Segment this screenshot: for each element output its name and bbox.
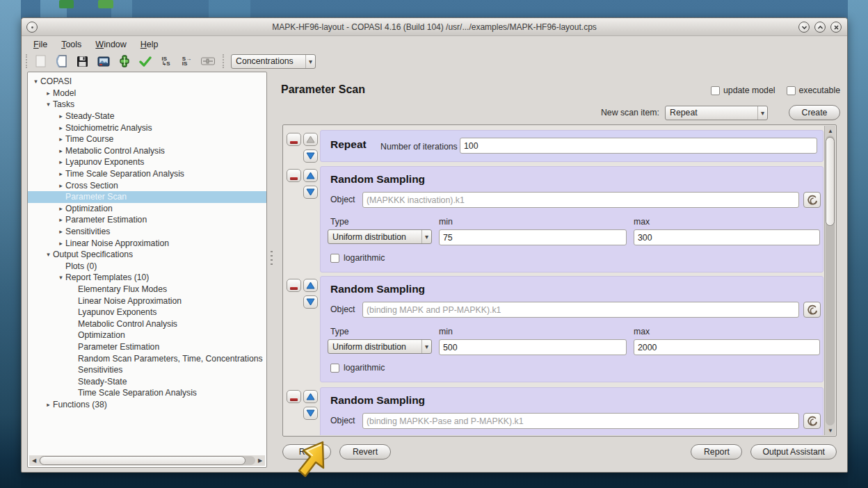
tree-item-metabolic-control-analysis[interactable]: ▸Metabolic Control Analysis [28, 145, 266, 157]
object-input[interactable] [362, 192, 799, 208]
revert-button[interactable]: Revert [339, 444, 391, 459]
scan-vertical-scrollbar[interactable]: ▲ ▼ [824, 126, 835, 435]
tree-item-time-scale-separation-analysis[interactable]: ▸Time Scale Separation Analysis [28, 168, 266, 180]
scroll-down-icon[interactable]: ▼ [825, 425, 836, 435]
min-input[interactable] [439, 229, 627, 245]
tree-item-metabolic-control-analysis[interactable]: Metabolic Control Analysis [28, 318, 266, 330]
scroll-up-icon[interactable]: ▲ [825, 126, 836, 136]
remove-item-button[interactable] [287, 390, 301, 403]
expanded-arrow-icon[interactable]: ▾ [44, 251, 53, 258]
executable-checkbox[interactable] [787, 86, 796, 95]
tree-horizontal-scrollbar[interactable]: ◀ ▶ [29, 455, 265, 466]
menu-tools[interactable]: Tools [55, 38, 88, 51]
object-input[interactable] [362, 302, 799, 318]
move-down-button[interactable] [303, 295, 318, 309]
state-to-initial-button[interactable]: S→ IS [177, 53, 196, 70]
tree-item-sensitivities[interactable]: ▸Sensitivities [28, 226, 266, 238]
remove-item-button[interactable] [287, 133, 301, 146]
export-sbml-button[interactable] [115, 53, 134, 70]
export-image-button[interactable] [94, 53, 113, 70]
tree-item-plots-0[interactable]: Plots (0) [28, 261, 266, 273]
tree-item-linear-noise-approximation[interactable]: Linear Noise Approximation [28, 295, 266, 307]
scrollbar-thumb[interactable] [826, 137, 835, 226]
apply-button[interactable] [136, 53, 154, 70]
move-up-button[interactable] [303, 169, 318, 182]
minimize-button[interactable] [798, 22, 810, 33]
collapsed-arrow-icon[interactable]: ▸ [56, 158, 65, 165]
max-input[interactable] [634, 339, 820, 355]
distribution-combobox[interactable]: Uniform distribution ▾ [328, 339, 432, 354]
distribution-combobox[interactable]: Uniform distribution ▾ [328, 229, 432, 244]
remove-item-button[interactable] [287, 279, 301, 292]
close-button[interactable] [830, 22, 842, 33]
select-object-button[interactable] [803, 192, 821, 208]
tree-item-copasi[interactable]: ▾COPASI [28, 76, 266, 88]
move-down-button[interactable] [303, 149, 318, 163]
maximize-button[interactable] [814, 22, 826, 33]
create-button[interactable]: Create [789, 105, 840, 120]
tree-item-linear-noise-approximation[interactable]: ▸Linear Noise Approximation [28, 237, 266, 249]
iterations-input[interactable] [460, 138, 817, 154]
tree-item-optimization[interactable]: Optimization [28, 330, 266, 341]
tree-item-sensitivities[interactable]: Sensitivities [28, 364, 266, 376]
move-up-button[interactable] [303, 133, 318, 146]
scroll-left-icon[interactable]: ◀ [29, 455, 39, 466]
tree-item-output-specifications[interactable]: ▾Output Specifications [28, 249, 266, 261]
tree-item-report-templates-10[interactable]: ▾Report Templates (10) [28, 272, 266, 284]
collapsed-arrow-icon[interactable]: ▸ [44, 90, 53, 97]
slider-tool-button[interactable] [198, 53, 217, 70]
tree-item-lyapunov-exponents[interactable]: ▸Lyapunov Exponents [28, 156, 266, 168]
panel-splitter[interactable] [268, 72, 275, 468]
select-object-button[interactable] [803, 302, 821, 318]
output-assistant-button[interactable]: Output Assistant [750, 444, 837, 459]
scrollbar-thumb[interactable] [40, 456, 246, 465]
tree-item-time-scale-separation-analysis[interactable]: Time Scale Separation Analysis [28, 387, 266, 399]
expanded-arrow-icon[interactable]: ▾ [56, 274, 65, 281]
collapsed-arrow-icon[interactable]: ▸ [56, 182, 65, 189]
tree-item-parameter-scan[interactable]: Parameter Scan [28, 191, 266, 203]
tree-item-steady-state[interactable]: ▸Steady-State [28, 111, 266, 122]
tree-item-model[interactable]: ▸Model [28, 88, 266, 99]
menu-file[interactable]: File [27, 38, 54, 51]
logarithmic-checkbox[interactable] [330, 364, 339, 373]
collapsed-arrow-icon[interactable]: ▸ [56, 170, 65, 177]
object-input[interactable] [362, 413, 799, 429]
tree-item-parameter-estimation[interactable]: ▸Parameter Estimation [28, 214, 266, 226]
scrollbar-track[interactable] [39, 456, 255, 465]
move-up-button[interactable] [303, 390, 318, 403]
collapsed-arrow-icon[interactable]: ▸ [56, 113, 65, 120]
move-down-button[interactable] [303, 407, 318, 420]
window-menu-button[interactable] [26, 22, 38, 33]
initial-to-state-button[interactable]: IS ↳S [156, 53, 175, 70]
collapsed-arrow-icon[interactable]: ▸ [56, 216, 65, 223]
menu-help[interactable]: Help [134, 38, 165, 51]
tree-item-time-course[interactable]: ▸Time Course [28, 133, 266, 145]
expanded-arrow-icon[interactable]: ▾ [44, 101, 53, 108]
move-up-button[interactable] [303, 279, 318, 292]
move-down-button[interactable] [303, 186, 318, 199]
tree-item-stoichiometric-analysis[interactable]: ▸Stoichiometric Analysis [28, 122, 266, 133]
tree-item-cross-section[interactable]: ▸Cross Section [28, 179, 266, 191]
collapsed-arrow-icon[interactable]: ▸ [56, 147, 65, 154]
logarithmic-checkbox[interactable] [330, 254, 339, 263]
new-scan-item-combobox[interactable]: Repeat ▾ [665, 106, 768, 120]
collapsed-arrow-icon[interactable]: ▸ [56, 124, 65, 131]
min-input[interactable] [439, 339, 627, 355]
toolbar-grip[interactable] [26, 54, 29, 68]
new-file-button[interactable] [31, 53, 50, 70]
update-model-checkbox[interactable] [711, 86, 720, 95]
tree-item-tasks[interactable]: ▾Tasks [28, 99, 266, 111]
collapsed-arrow-icon[interactable]: ▸ [56, 228, 65, 235]
collapsed-arrow-icon[interactable]: ▸ [56, 136, 65, 143]
tree-item-random-scan-parameters-time-concentrations[interactable]: Random Scan Parameters, Time, Concentrat… [28, 352, 266, 364]
tree-item-parameter-estimation[interactable]: Parameter Estimation [28, 341, 266, 353]
tree-item-steady-state[interactable]: Steady-State [28, 375, 266, 387]
menu-window[interactable]: Window [89, 38, 132, 51]
tree-item-optimization[interactable]: ▸Optimization [28, 203, 266, 215]
scroll-right-icon[interactable]: ▶ [255, 455, 265, 466]
open-file-button[interactable] [52, 53, 71, 70]
scrollbar-track[interactable] [826, 136, 835, 425]
collapsed-arrow-icon[interactable]: ▸ [44, 401, 53, 408]
select-object-button[interactable] [803, 413, 821, 429]
remove-item-button[interactable] [287, 169, 301, 182]
